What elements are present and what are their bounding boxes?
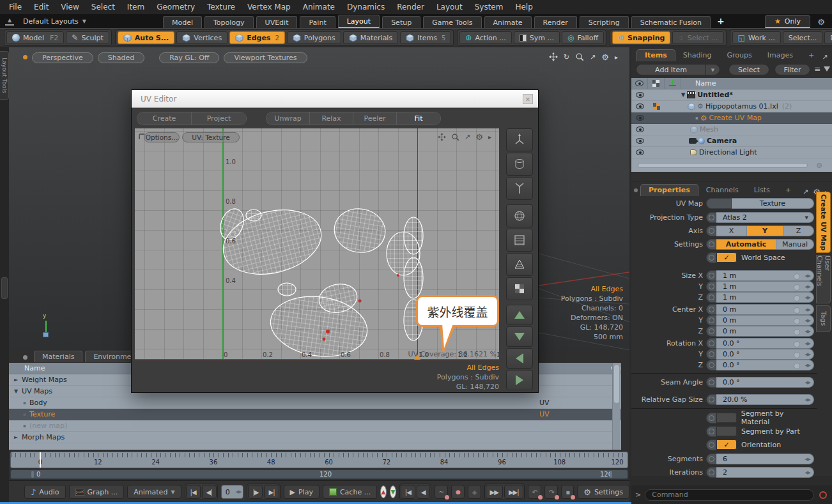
size-y-field[interactable]: 1 m [716,281,814,292]
maximize-icon[interactable]: ↗ [822,53,828,61]
channel-knob[interactable] [706,349,716,360]
channel-knob[interactable] [706,439,716,450]
tab-images[interactable]: Images [760,50,801,61]
layout-tab[interactable]: Game Tools [423,16,481,28]
timeline-ruler[interactable]: 01224364860728496108120 [10,452,628,468]
filter-button[interactable]: Filter [774,64,810,75]
layout-tools-vertical-tab[interactable]: Layout Tools [0,51,9,100]
channel-knob[interactable] [706,326,716,337]
snapping-button[interactable]: ⊕ Snapping [612,31,670,44]
menu-item[interactable]: Dynamics [347,3,385,11]
channel-knob[interactable] [706,270,716,281]
uv-editor-titlebar[interactable]: UV Editor × [132,90,538,108]
chevron-right-icon[interactable]: ▸ [488,134,491,141]
menu-item[interactable]: Vertex Map [247,3,291,11]
push-up-button[interactable]: ▲ [380,485,387,498]
pan-icon[interactable] [549,52,558,61]
channel-knob[interactable] [706,225,716,236]
uv-planar-project-button[interactable] [506,229,533,252]
rotation-z-field[interactable]: 0.0 ° [716,360,814,370]
tab-create[interactable]: Create [137,112,192,125]
eye-icon[interactable] [636,138,644,144]
center-z-field[interactable]: 0 m [716,326,814,337]
pull-down-button[interactable]: ▼ [390,485,396,498]
item-row-camera[interactable]: Camera [631,135,832,147]
uv-cylinder-project-button[interactable] [506,153,533,176]
move-up-button[interactable] [506,305,533,325]
auto-select-button[interactable]: Auto S... [118,31,174,44]
channel-knob[interactable] [706,377,716,388]
channel-knob[interactable] [706,281,716,292]
uv-editor-window[interactable]: UV Editor × Create Project Unwrap Relax … [131,89,539,393]
uv-map-knob[interactable] [706,198,732,209]
drop-action-dropdown[interactable]: Drop Action ▼ [824,31,832,44]
restore-layout-icon[interactable]: ▲ [5,18,14,26]
viewport-textures-pill[interactable]: Viewport Textures [224,52,307,63]
gap-size-field[interactable]: 20.0 % [716,394,814,405]
sculpt-mode-button[interactable]: ✎ Sculpt [66,31,109,44]
list-item-texture[interactable]: ▪ Texture UV [9,409,621,420]
channel-knob[interactable] [706,338,716,349]
menu-item[interactable]: Animate [303,3,335,11]
tab-materials[interactable]: Materials [34,351,82,362]
prev-keyframe-button[interactable]: |◀ [401,485,415,499]
vertices-mode-button[interactable]: Vertices [176,31,227,44]
layout-tab[interactable]: Schematic Fusion [631,16,711,28]
projection-type-dropdown[interactable]: Atlas 2 [716,212,814,223]
move-left-button[interactable] [506,348,533,369]
zoom-icon[interactable] [451,133,459,141]
layout-tab[interactable]: Setup [382,16,420,28]
channel-knob[interactable] [706,304,716,315]
channel-knob[interactable] [706,413,716,424]
tab-unwrap[interactable]: Unwrap [266,112,310,125]
scroll-knob[interactable] [817,163,822,168]
size-z-field[interactable]: 1 m [716,292,814,303]
panel-splitter-handle[interactable] [1,277,8,299]
menu-item[interactable]: Texture [207,3,235,11]
menu-item[interactable]: Geometry [157,3,195,11]
uv-axis-project-button[interactable] [506,177,533,200]
uv-map-field[interactable]: Texture [732,198,814,209]
segment-by-material-checkbox[interactable] [716,413,737,423]
menu-item[interactable]: Select [91,3,115,11]
prev-key-button[interactable]: ◀ [417,485,430,499]
menu-item[interactable]: System [475,3,504,11]
channel-knob[interactable] [706,239,716,250]
gear-icon[interactable]: ⚙ [813,17,829,27]
menu-item[interactable]: Render [397,3,424,11]
side-tab-tags[interactable]: Tags [816,305,831,332]
uv-sphere-project-button[interactable] [506,204,533,227]
add-panel-tab-button[interactable]: + [801,50,822,61]
select-through-button[interactable]: ⁘ Select ... [672,31,723,44]
tab-relax[interactable]: Relax [310,112,353,125]
key-options-button[interactable]: ▪ [561,485,574,499]
item-row-directional-light[interactable]: Directional Light [631,147,832,158]
tab-channels[interactable]: Channels [698,185,746,196]
next-keyframe-button[interactable]: ▶▶| [504,485,523,499]
channel-knob[interactable] [706,394,716,405]
step-forward-button[interactable]: |▶ [248,485,263,499]
move-right-button[interactable] [506,370,533,390]
animated-channels-dropdown[interactable]: Animated ▼ [127,485,181,499]
list-options-icon[interactable]: ≡ [814,65,820,73]
favorites-only-button[interactable]: ★ Only [765,15,810,28]
channel-knob[interactable] [706,292,716,303]
viewport-rotate-dot[interactable] [23,55,27,59]
channel-knob[interactable] [706,467,716,478]
settings-button[interactable]: ⚙ Settings [577,485,629,499]
disclosure-icon[interactable]: ▼ [14,388,22,394]
layout-tab[interactable]: UVEdit [256,16,298,28]
layout-tab[interactable]: Scripting [580,16,629,28]
graph-editor-button[interactable]: Graph ... [69,485,125,499]
add-layout-tab-button[interactable]: + [717,16,725,26]
shading-mode-pill[interactable]: Shaded [98,52,144,63]
side-tab-user-channels[interactable]: User Channels [816,255,831,303]
workplane-button[interactable]: ◱ Work ... [732,31,781,44]
list-item-body[interactable]: ▪ Body UV [9,397,621,409]
panel-dot-icon[interactable] [23,355,27,360]
item-row-create-uv-map[interactable]: ▪ ⚙ Create UV Map [631,112,832,124]
axis-x-option[interactable]: X [716,226,747,236]
camera-view-pill[interactable]: Perspective [32,52,93,63]
manual-option[interactable]: Manual [776,240,813,249]
axis-y-option[interactable]: Y [747,226,783,236]
